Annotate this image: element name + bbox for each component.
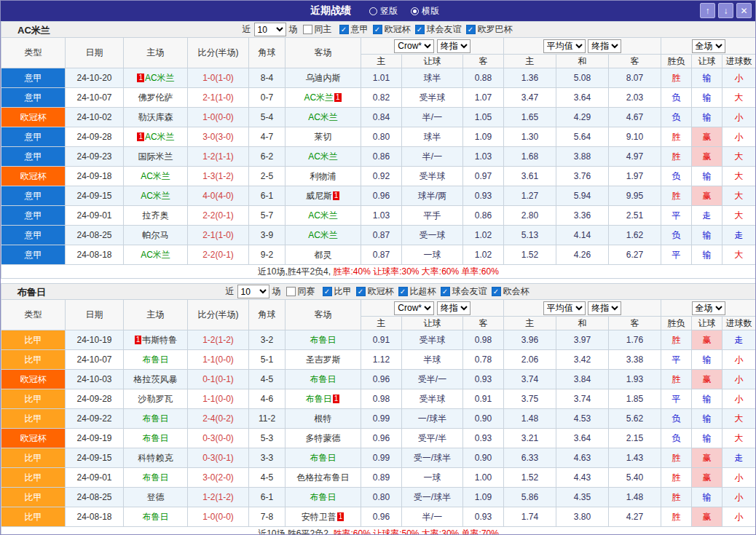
summary-row: 近10场,胜4平2负4, 胜率:40% 让球率:30% 大率:60% 单率:60… xyxy=(1,265,756,279)
away-team-cell: 多特蒙德 xyxy=(286,429,361,448)
col-header-score: 比分(半场) xyxy=(188,38,249,68)
result-goals-cell: 小 xyxy=(722,68,756,88)
team-name: 布鲁日 xyxy=(310,374,336,384)
titlebar: 近期战绩 竖版 横版 ↑ ↓ ✕ xyxy=(1,1,755,21)
corner-cell: 4-6 xyxy=(249,389,286,409)
checkbox-checked-icon: ✓ xyxy=(373,25,382,34)
home-team-cell: 格拉茨风暴 xyxy=(124,370,188,389)
avg-away-cell: 2.51 xyxy=(609,206,661,226)
checkbox-checked-icon: ✓ xyxy=(492,287,501,296)
result-wl-cell: 平 xyxy=(661,350,692,370)
score-cell: 1-3(1-2) xyxy=(188,167,249,186)
away-team-cell: AC米兰 xyxy=(286,147,361,167)
league-filter-checkbox[interactable]: ✓欧冠杯 xyxy=(373,23,411,36)
odds-home-cell: 0.96 xyxy=(361,370,402,389)
avg-draw-cell: 4.29 xyxy=(556,108,609,127)
league-filter-checkbox[interactable]: ✓比超杯 xyxy=(398,285,436,298)
col-header-avg-away: 客 xyxy=(609,317,661,330)
league-filter-label: 欧会杯 xyxy=(503,285,529,298)
same-filter-checkbox[interactable]: 同主 xyxy=(303,23,332,36)
avg-select[interactable]: 平均值 xyxy=(543,301,586,315)
odds-away-cell: 1.00 xyxy=(463,468,504,488)
league-filter-checkbox[interactable]: ✓球会友谊 xyxy=(441,285,487,298)
odds-company-select[interactable]: Crow* xyxy=(394,39,434,53)
odds-away-cell: 1.05 xyxy=(463,108,504,127)
away-team-cell: 布鲁日 xyxy=(286,370,361,389)
radio-horizontal-mode[interactable]: 横版 xyxy=(411,5,439,17)
same-filter-checkbox[interactable]: 同赛 xyxy=(286,285,315,298)
home-team-cell: 布鲁日 xyxy=(124,507,188,527)
near-label: 近 xyxy=(243,23,251,36)
odds-handicap-cell: 受半球 xyxy=(402,330,463,350)
home-team-cell: AC米兰 xyxy=(124,245,188,265)
odds-home-cell: 0.82 xyxy=(361,88,402,108)
avg-home-cell: 1.52 xyxy=(504,245,556,265)
team-name: 都灵 xyxy=(315,250,332,260)
odds-home-cell: 0.87 xyxy=(361,245,402,265)
col-header-result-handicap: 让球 xyxy=(692,317,722,330)
recent-count-select[interactable]: 10 xyxy=(237,285,269,298)
avg-away-cell: 1.97 xyxy=(609,167,661,186)
close-button[interactable]: ✕ xyxy=(736,3,752,18)
radio-icon xyxy=(369,7,377,15)
section-team-name: 布鲁日 xyxy=(17,286,46,299)
score-cell: 2-1(1-0) xyxy=(188,88,249,108)
avg-draw-cell: 3.74 xyxy=(556,389,609,409)
league-filter-checkbox[interactable]: ✓球会友谊 xyxy=(415,23,462,36)
score-cell: 0-3(0-1) xyxy=(188,448,249,468)
avg-away-cell: 1.43 xyxy=(609,448,661,468)
date-cell: 24-08-18 xyxy=(66,245,124,265)
move-up-button[interactable]: ↑ xyxy=(700,3,715,18)
league-type-cell: 意甲 xyxy=(1,127,66,147)
avg-period-select[interactable]: 终指 xyxy=(588,39,621,53)
league-filter-label: 比超杯 xyxy=(410,285,436,298)
date-cell: 24-09-28 xyxy=(66,127,124,147)
avg-draw-cell: 4.26 xyxy=(556,245,609,265)
result-wl-cell: 胜 xyxy=(661,186,692,206)
odds-period-select[interactable]: 终指 xyxy=(437,39,470,53)
scope-select[interactable]: 全场 xyxy=(692,39,725,53)
scope-select[interactable]: 全场 xyxy=(692,301,725,315)
team-name: AC米兰 xyxy=(145,132,175,142)
away-team-cell: 圣吉罗斯 xyxy=(286,350,361,370)
summary-rates: 胜率:40% 让球率:30% 大率:60% 单率:60% xyxy=(333,266,498,277)
odds-period-select[interactable]: 终指 xyxy=(437,301,470,315)
odds-away-cell: 1.07 xyxy=(463,88,504,108)
odds-company-select[interactable]: Crow* xyxy=(394,301,434,315)
recent-count-select[interactable]: 10 xyxy=(254,23,286,36)
avg-select[interactable]: 平均值 xyxy=(543,39,586,53)
date-cell: 24-10-19 xyxy=(66,330,124,350)
home-team-cell: 沙勒罗瓦 xyxy=(124,389,188,409)
league-filter-checkbox[interactable]: ✓欧罗巴杯 xyxy=(466,23,513,36)
team-results-table: AC米兰 近 10 场 同主 ✓意甲✓欧冠杯✓球会友谊✓欧罗巴杯 类型 xyxy=(1,21,756,279)
odds-away-cell: 1.03 xyxy=(463,147,504,167)
away-team-cell: 色格拉布鲁日 xyxy=(286,468,361,488)
avg-away-cell: 1.48 xyxy=(609,488,661,507)
table-row: 比甲24-08-25登德1-2(1-2)6-1布鲁日0.80受一/球半1.095… xyxy=(1,488,756,507)
score-cell: 1-0(0-0) xyxy=(188,507,249,527)
team-name: 布鲁日 xyxy=(310,492,336,502)
result-goals-cell: 大 xyxy=(722,88,756,108)
radio-checked-icon xyxy=(411,7,419,15)
avg-away-cell: 1.62 xyxy=(609,226,661,245)
move-down-button[interactable]: ↓ xyxy=(718,3,733,18)
avg-draw-cell: 5.08 xyxy=(556,68,609,88)
avg-home-cell: 3.75 xyxy=(504,389,556,409)
radio-vertical-mode[interactable]: 竖版 xyxy=(369,5,398,17)
result-handicap-cell: 输 xyxy=(692,226,722,245)
odds-home-cell: 0.96 xyxy=(361,186,402,206)
league-filter-checkbox[interactable]: ✓欧冠杯 xyxy=(356,285,394,298)
result-wl-cell: 负 xyxy=(661,167,692,186)
league-filter-checkbox[interactable]: ✓意甲 xyxy=(339,23,369,36)
team-name: AC米兰 xyxy=(308,112,338,122)
result-goals-cell: 走 xyxy=(722,448,756,468)
league-filter-checkbox[interactable]: ✓比甲 xyxy=(323,285,352,298)
result-goals-cell: 小 xyxy=(722,350,756,370)
avg-period-select[interactable]: 终指 xyxy=(588,301,621,315)
checkbox-checked-icon: ✓ xyxy=(415,25,425,34)
date-cell: 24-08-25 xyxy=(66,488,124,507)
avg-home-cell: 3.61 xyxy=(504,167,556,186)
section-header: AC米兰 近 10 场 同主 ✓意甲✓欧冠杯✓球会友谊✓欧罗巴杯 xyxy=(1,22,756,38)
table-row: 欧冠杯24-09-18AC米兰1-3(1-2)2-5利物浦0.92受半球0.97… xyxy=(1,167,756,186)
league-filter-checkbox[interactable]: ✓欧会杯 xyxy=(492,285,529,298)
